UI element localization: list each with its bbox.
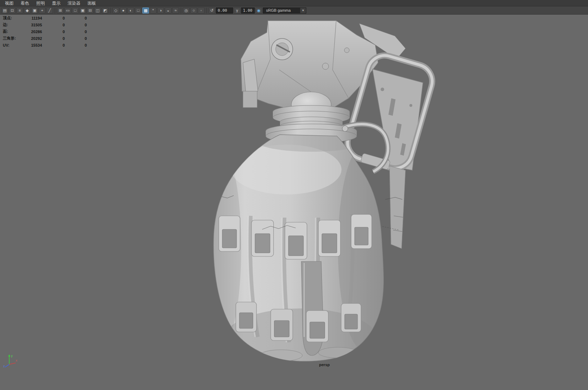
- poly-count-hud: 顶点: 11194 0 0 边: 31505 0 0 面: 20286 0 0 …: [3, 15, 87, 48]
- camera-label: persp: [319, 363, 330, 367]
- select-camera-icon[interactable]: ▤: [1, 7, 8, 14]
- chevron-down-icon[interactable]: ▼: [300, 8, 306, 13]
- textured-icon[interactable]: ▩: [142, 7, 149, 14]
- gamma-icon[interactable]: γ: [234, 7, 240, 14]
- grease-pencil-icon[interactable]: ╱: [46, 7, 53, 14]
- hud-value: 0: [65, 43, 87, 47]
- gate-mask-icon[interactable]: ▣: [79, 7, 86, 14]
- hud-label: 三角形:: [3, 36, 25, 41]
- hud-value: 20286: [25, 30, 42, 34]
- flat-shade-icon[interactable]: ◐: [127, 7, 134, 14]
- toolbar-separator: [110, 7, 111, 14]
- hud-value: 0: [42, 23, 65, 27]
- hud-value: 0: [42, 16, 65, 20]
- field-chart-icon[interactable]: ⊟: [87, 7, 94, 14]
- x-ray-icon[interactable]: ○: [190, 7, 197, 14]
- grenade-model: [197, 16, 454, 369]
- resolution-gate-icon[interactable]: □: [72, 7, 79, 14]
- exposure-icon[interactable]: ↺: [208, 7, 215, 14]
- toolbar-separator: [206, 7, 207, 14]
- hud-value: 0: [42, 43, 65, 47]
- grid-icon[interactable]: ⊞: [57, 7, 64, 14]
- hud-value: 20292: [25, 36, 42, 41]
- toolbar-separator: [181, 7, 181, 14]
- viewport-toolbar: ▤ ⊡ ≡ ◆ ▣ + ╱ ⊞ ▭ □ ▣ ⊟ ◫ ◩ ◇ ● ◐ □ ▩ * …: [0, 6, 588, 15]
- hud-label: UV:: [3, 43, 25, 47]
- hud-row-triangles: 三角形: 20292 0 0: [3, 35, 87, 42]
- ambient-occlusion-icon[interactable]: ◒: [165, 7, 171, 14]
- lock-camera-icon[interactable]: ⊡: [9, 7, 16, 14]
- hud-value: 0: [65, 36, 87, 41]
- hud-value: 11194: [25, 16, 42, 20]
- hud-label: 面:: [3, 29, 25, 34]
- bookmark-icon[interactable]: ◆: [24, 7, 31, 14]
- safe-title-icon[interactable]: ◩: [102, 7, 108, 14]
- view-axis-gizmo: y x z: [3, 353, 18, 369]
- hud-value: 0: [65, 30, 87, 34]
- camera-attributes-icon[interactable]: ≡: [16, 7, 23, 14]
- shadows-icon[interactable]: ◑: [157, 7, 164, 14]
- image-plane-icon[interactable]: ▣: [31, 7, 38, 14]
- smooth-shade-icon[interactable]: ●: [120, 7, 127, 14]
- exposure-field[interactable]: [216, 7, 233, 14]
- menu-renderer[interactable]: 渲染器: [64, 0, 84, 6]
- menu-shading[interactable]: 着色: [17, 0, 33, 6]
- panel-menu-bar: 视图 着色 照明 显示 渲染器 面板: [0, 0, 588, 6]
- isolate-select-icon[interactable]: ◎: [183, 7, 190, 14]
- safe-action-icon[interactable]: ◫: [94, 7, 101, 14]
- two-d-pan-zoom-icon[interactable]: +: [39, 7, 46, 14]
- maya-window: 视图 着色 照明 显示 渲染器 面板 ▤ ⊡ ≡ ◆ ▣ + ╱ ⊞ ▭ □ ▣…: [0, 0, 588, 390]
- menu-view[interactable]: 视图: [1, 0, 17, 6]
- hud-label: 顶点:: [3, 15, 25, 21]
- hud-value: 31505: [25, 23, 42, 27]
- bounding-box-icon[interactable]: □: [135, 7, 142, 14]
- axis-x-label: x: [16, 359, 17, 362]
- hud-value: 0: [65, 23, 87, 27]
- hud-row-edges: 边: 31505 0 0: [3, 21, 87, 28]
- toolbar-separator: [55, 7, 55, 14]
- menu-show[interactable]: 显示: [48, 0, 64, 6]
- hud-label: 边:: [3, 22, 25, 27]
- hud-row-uvs: UV: 15534 0 0: [3, 42, 87, 48]
- use-all-lights-icon[interactable]: *: [150, 7, 157, 14]
- hud-row-faces: 面: 20286 0 0: [3, 28, 87, 35]
- axis-y-label: y: [11, 354, 13, 358]
- menu-lighting[interactable]: 照明: [33, 0, 48, 6]
- motion-blur-icon[interactable]: ≈: [172, 7, 179, 14]
- wireframe-icon[interactable]: ◇: [112, 7, 119, 14]
- hud-value: 0: [42, 36, 65, 41]
- joint-x-ray-icon[interactable]: ◦: [198, 7, 205, 14]
- viewport[interactable]: 顶点: 11194 0 0 边: 31505 0 0 面: 20286 0 0 …: [0, 15, 588, 390]
- axis-z-label: z: [3, 364, 5, 368]
- view-transform-dropdown[interactable]: sRGB gamma ▼: [263, 7, 306, 14]
- hud-value: 15534: [25, 43, 42, 47]
- color-management-icon[interactable]: ◉: [255, 7, 262, 14]
- view-transform-value: sRGB gamma: [263, 8, 300, 12]
- gamma-field[interactable]: [241, 7, 255, 14]
- hud-value: 0: [65, 16, 87, 20]
- menu-panels[interactable]: 面板: [84, 0, 100, 6]
- hud-value: 0: [42, 30, 65, 34]
- film-gate-icon[interactable]: ▭: [64, 7, 71, 14]
- hud-row-vertices: 顶点: 11194 0 0: [3, 15, 87, 21]
